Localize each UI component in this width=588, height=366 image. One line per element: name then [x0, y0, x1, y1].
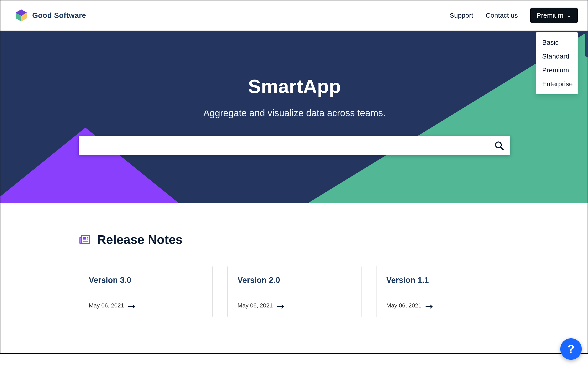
- nav-support[interactable]: Support: [450, 12, 473, 19]
- hero-title: SmartApp: [0, 75, 588, 97]
- dropdown-item-basic[interactable]: Basic: [536, 36, 578, 49]
- search-bar[interactable]: [79, 136, 510, 155]
- dropdown-item-premium[interactable]: Premium: [536, 63, 578, 77]
- arrow-right-icon: [128, 304, 136, 308]
- top-nav: Good Software Support Contact us Premium…: [0, 0, 588, 30]
- premium-button[interactable]: Premium: [530, 8, 578, 23]
- help-icon: ?: [567, 342, 575, 354]
- arrow-right-icon: [426, 304, 433, 308]
- release-card[interactable]: Version 1.1 May 06, 2021: [376, 266, 510, 317]
- nav-contact[interactable]: Contact us: [486, 12, 518, 19]
- release-notes-header: Release Notes: [79, 232, 510, 247]
- search-icon[interactable]: [494, 141, 504, 150]
- release-cards: Version 3.0 May 06, 2021 Version 2.0 May…: [79, 266, 510, 317]
- nav-right: Support Contact us Premium Basic Standar…: [450, 8, 578, 23]
- arrow-right-icon: [277, 304, 285, 308]
- svg-line-4: [501, 147, 503, 150]
- svg-rect-7: [83, 237, 86, 240]
- release-card-date: May 06, 2021: [89, 302, 124, 309]
- premium-dropdown: Basic Standard Premium Enterprise: [536, 32, 578, 94]
- premium-button-label: Premium: [537, 12, 563, 19]
- hero: SmartApp Aggregate and visualize data ac…: [0, 30, 588, 203]
- brand-logo-icon: [15, 9, 28, 22]
- release-card-title: Version 3.0: [89, 275, 202, 285]
- release-card-date: May 06, 2021: [386, 302, 422, 309]
- release-card-title: Version 2.0: [237, 275, 351, 285]
- brand-name: Good Software: [32, 11, 86, 20]
- release-card[interactable]: Version 3.0 May 06, 2021: [79, 266, 213, 317]
- release-card-title: Version 1.1: [386, 275, 500, 285]
- chevron-down-icon: [566, 13, 572, 18]
- release-notes-heading: Release Notes: [97, 232, 183, 247]
- search-input[interactable]: [84, 136, 494, 155]
- release-card[interactable]: Version 2.0 May 06, 2021: [227, 266, 361, 317]
- newspaper-icon: [79, 233, 91, 246]
- dropdown-item-enterprise[interactable]: Enterprise: [536, 77, 578, 91]
- release-notes-section: Release Notes Version 3.0 May 06, 2021 V…: [79, 232, 510, 317]
- release-card-date: May 06, 2021: [237, 302, 273, 309]
- brand[interactable]: Good Software: [15, 9, 86, 22]
- hero-tagline: Aggregate and visualize data across team…: [0, 108, 588, 118]
- dropdown-item-standard[interactable]: Standard: [536, 49, 578, 63]
